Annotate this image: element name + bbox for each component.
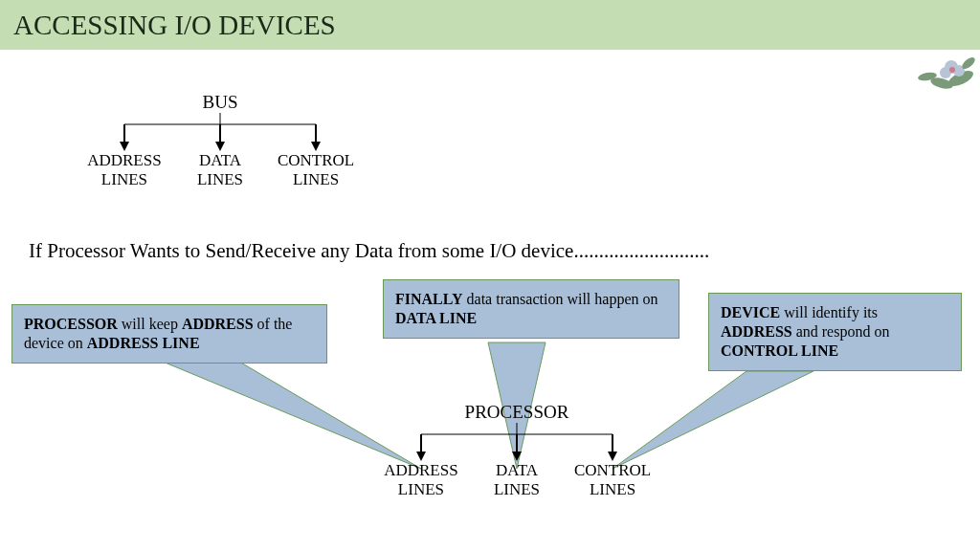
callout-device-control: DEVICE will identify its ADDRESS and res…: [708, 293, 962, 371]
svg-marker-22: [416, 452, 426, 461]
processor-tree-arrows-icon: [373, 423, 660, 461]
processor-tree-diagram: PROCESSOR ADDRESSLINES DATALINES CONTROL…: [373, 402, 660, 498]
svg-marker-26: [608, 452, 617, 461]
proc-child-control: CONTROLLINES: [565, 461, 660, 498]
callout-data-transaction: FINALLY data transaction will happen on …: [383, 279, 679, 339]
proc-child-address: ADDRESSLINES: [373, 461, 469, 498]
processor-root-label: PROCESSOR: [373, 402, 660, 423]
svg-marker-24: [512, 452, 522, 461]
callout-processor-address: PROCESSOR will keep ADDRESS of the devic…: [11, 304, 327, 364]
proc-child-data: DATALINES: [469, 461, 565, 498]
